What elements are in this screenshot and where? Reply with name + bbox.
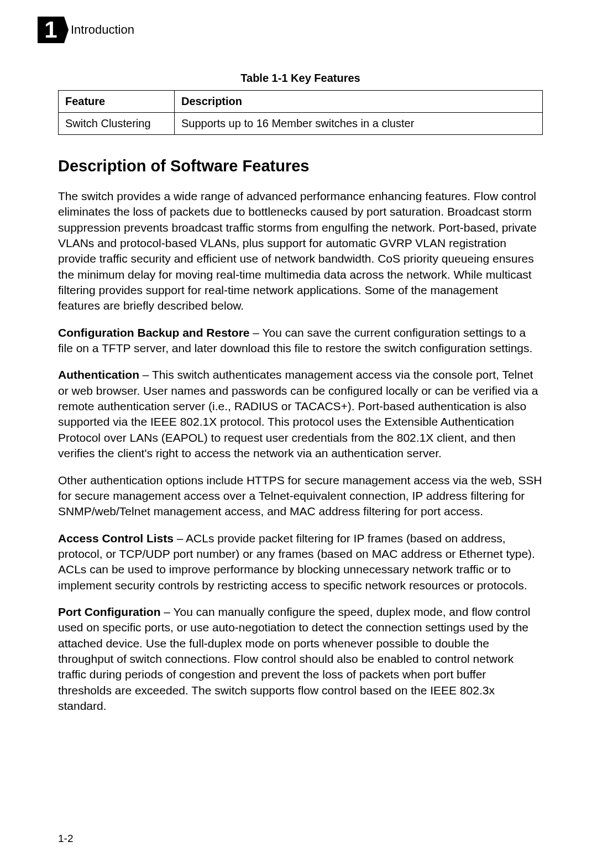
feature-paragraph: Authentication – This switch authenticat… bbox=[58, 367, 543, 461]
chapter-title: Introduction bbox=[71, 23, 134, 37]
page-header: 1 Introduction bbox=[38, 17, 134, 43]
feature-text: – This switch authenticates management a… bbox=[58, 368, 538, 459]
table-caption: Table 1-1 Key Features bbox=[58, 72, 543, 85]
feature-paragraph: Other authentication options include HTT… bbox=[58, 473, 543, 520]
feature-paragraph: Access Control Lists – ACLs provide pack… bbox=[58, 531, 543, 593]
chapter-number-badge: 1 bbox=[38, 17, 64, 43]
page-number: 1-2 bbox=[58, 833, 73, 845]
table-row: Switch Clustering Supports up to 16 Memb… bbox=[59, 113, 543, 135]
feature-text: – You can manually configure the speed, … bbox=[58, 605, 530, 712]
chapter-number: 1 bbox=[44, 17, 57, 43]
feature-paragraph: Port Configuration – You can manually co… bbox=[58, 604, 543, 714]
table-cell-description: Supports up to 16 Member switches in a c… bbox=[175, 113, 543, 135]
page-content: Table 1-1 Key Features Feature Descripti… bbox=[58, 72, 543, 725]
table-cell-feature: Switch Clustering bbox=[59, 113, 175, 135]
feature-paragraph: Configuration Backup and Restore – You c… bbox=[58, 325, 543, 357]
section-heading: Description of Software Features bbox=[58, 157, 543, 175]
key-features-table: Feature Description Switch Clustering Su… bbox=[58, 90, 543, 135]
table-header-row: Feature Description bbox=[59, 91, 543, 113]
feature-text: Other authentication options include HTT… bbox=[58, 474, 542, 518]
intro-paragraph: The switch provides a wide range of adva… bbox=[58, 189, 543, 314]
table-header-description: Description bbox=[175, 91, 543, 113]
feature-label: Access Control Lists bbox=[58, 532, 174, 545]
feature-label: Port Configuration bbox=[58, 605, 160, 618]
feature-label: Authentication bbox=[58, 368, 139, 381]
table-header-feature: Feature bbox=[59, 91, 175, 113]
feature-label: Configuration Backup and Restore bbox=[58, 326, 250, 339]
